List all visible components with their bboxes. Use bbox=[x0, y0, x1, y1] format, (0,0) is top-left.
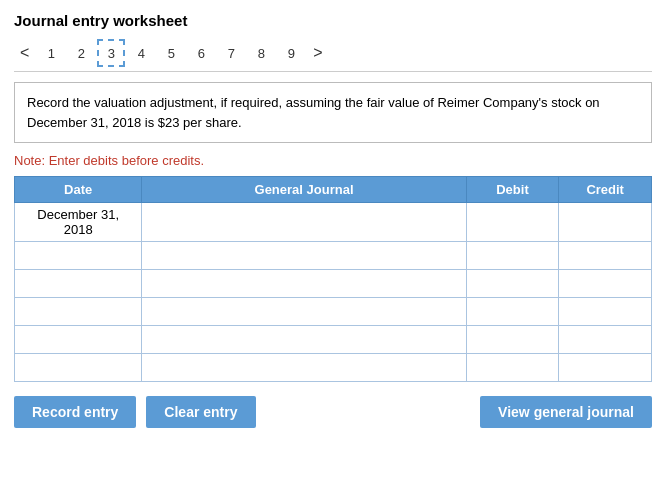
view-journal-button[interactable]: View general journal bbox=[480, 396, 652, 428]
tab-3[interactable]: 3 bbox=[97, 39, 125, 67]
instruction-text: Record the valuation adjustment, if requ… bbox=[27, 95, 600, 130]
tab-4[interactable]: 4 bbox=[127, 39, 155, 67]
debit-cell-0[interactable] bbox=[466, 203, 559, 242]
tab-2[interactable]: 2 bbox=[67, 39, 95, 67]
header-date: Date bbox=[15, 177, 142, 203]
tab-9[interactable]: 9 bbox=[277, 39, 305, 67]
header-debit: Debit bbox=[466, 177, 559, 203]
instruction-box: Record the valuation adjustment, if requ… bbox=[14, 82, 652, 143]
credit-input-1[interactable] bbox=[565, 248, 645, 263]
debit-cell-4[interactable] bbox=[466, 326, 559, 354]
debit-input-1[interactable] bbox=[473, 248, 553, 263]
next-arrow[interactable]: > bbox=[307, 42, 328, 64]
tab-6[interactable]: 6 bbox=[187, 39, 215, 67]
debit-input-2[interactable] bbox=[473, 276, 553, 291]
record-entry-button[interactable]: Record entry bbox=[14, 396, 136, 428]
date-cell-0: December 31,2018 bbox=[15, 203, 142, 242]
table-row bbox=[15, 354, 652, 382]
debit-input-0[interactable] bbox=[473, 215, 553, 230]
debit-input-4[interactable] bbox=[473, 332, 553, 347]
table-row bbox=[15, 242, 652, 270]
date-cell-1 bbox=[15, 242, 142, 270]
credit-input-4[interactable] bbox=[565, 332, 645, 347]
clear-entry-button[interactable]: Clear entry bbox=[146, 396, 255, 428]
tab-8[interactable]: 8 bbox=[247, 39, 275, 67]
journal-input-4[interactable] bbox=[148, 332, 459, 347]
table-row bbox=[15, 298, 652, 326]
credit-cell-2[interactable] bbox=[559, 270, 652, 298]
header-credit: Credit bbox=[559, 177, 652, 203]
table-row: December 31,2018 bbox=[15, 203, 652, 242]
table-row bbox=[15, 326, 652, 354]
button-row: Record entry Clear entry View general jo… bbox=[14, 396, 652, 428]
debit-cell-2[interactable] bbox=[466, 270, 559, 298]
journal-input-1[interactable] bbox=[148, 248, 459, 263]
debit-cell-1[interactable] bbox=[466, 242, 559, 270]
credit-cell-5[interactable] bbox=[559, 354, 652, 382]
journal-input-3[interactable] bbox=[148, 304, 459, 319]
date-cell-4 bbox=[15, 326, 142, 354]
debit-cell-3[interactable] bbox=[466, 298, 559, 326]
journal-input-0[interactable] bbox=[148, 215, 459, 230]
tab-1[interactable]: 1 bbox=[37, 39, 65, 67]
credit-cell-1[interactable] bbox=[559, 242, 652, 270]
credit-cell-3[interactable] bbox=[559, 298, 652, 326]
date-cell-5 bbox=[15, 354, 142, 382]
prev-arrow[interactable]: < bbox=[14, 42, 35, 64]
journal-cell-1[interactable] bbox=[142, 242, 466, 270]
debit-input-5[interactable] bbox=[473, 360, 553, 375]
page-title: Journal entry worksheet bbox=[14, 12, 652, 29]
journal-cell-3[interactable] bbox=[142, 298, 466, 326]
journal-cell-4[interactable] bbox=[142, 326, 466, 354]
journal-table: Date General Journal Debit Credit Decemb… bbox=[14, 176, 652, 382]
tab-7[interactable]: 7 bbox=[217, 39, 245, 67]
tab-navigation: < 1 2 3 4 5 6 7 8 9 > bbox=[14, 39, 652, 72]
journal-cell-0[interactable] bbox=[142, 203, 466, 242]
credit-cell-0[interactable] bbox=[559, 203, 652, 242]
credit-cell-4[interactable] bbox=[559, 326, 652, 354]
credit-input-2[interactable] bbox=[565, 276, 645, 291]
credit-input-5[interactable] bbox=[565, 360, 645, 375]
debit-cell-5[interactable] bbox=[466, 354, 559, 382]
debit-input-3[interactable] bbox=[473, 304, 553, 319]
date-cell-3 bbox=[15, 298, 142, 326]
journal-cell-2[interactable] bbox=[142, 270, 466, 298]
note-text: Note: Enter debits before credits. bbox=[14, 153, 652, 168]
journal-input-2[interactable] bbox=[148, 276, 459, 291]
journal-input-5[interactable] bbox=[148, 360, 459, 375]
credit-input-0[interactable] bbox=[565, 215, 645, 230]
date-cell-2 bbox=[15, 270, 142, 298]
header-journal: General Journal bbox=[142, 177, 466, 203]
table-row bbox=[15, 270, 652, 298]
tab-5[interactable]: 5 bbox=[157, 39, 185, 67]
credit-input-3[interactable] bbox=[565, 304, 645, 319]
journal-cell-5[interactable] bbox=[142, 354, 466, 382]
